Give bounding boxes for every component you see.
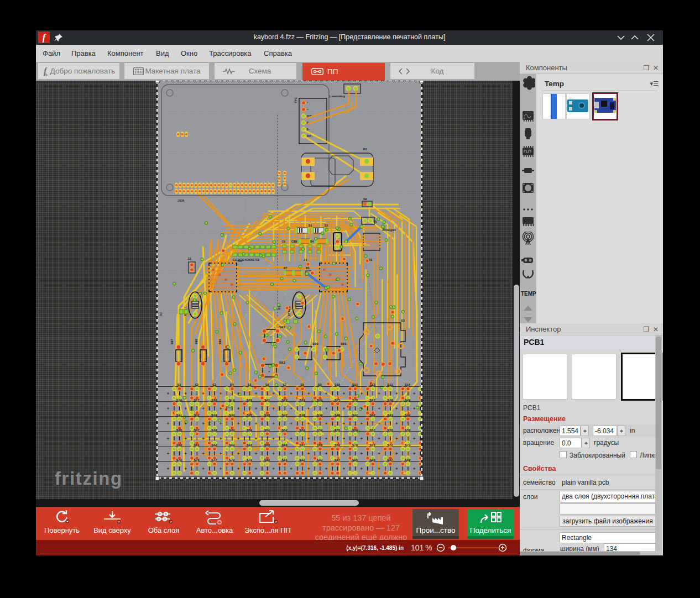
svg-text:WCN7: WCN7 xyxy=(177,198,184,202)
svg-text:S69: S69 xyxy=(335,443,341,447)
svg-text:S56: S56 xyxy=(352,428,358,432)
svg-text:S71: S71 xyxy=(370,443,376,447)
svg-text:S77: S77 xyxy=(212,458,217,462)
svg-text:S13: S13 xyxy=(388,383,394,387)
svg-text:S63: S63 xyxy=(229,443,235,447)
svg-text:S46: S46 xyxy=(176,428,182,432)
svg-text:S29: S29 xyxy=(405,398,411,402)
svg-text:S5: S5 xyxy=(248,383,252,387)
svg-text:S76: S76 xyxy=(194,458,200,462)
svg-text:S72: S72 xyxy=(388,443,394,447)
svg-text:S19: S19 xyxy=(229,398,235,402)
svg-text:S55: S55 xyxy=(335,428,341,432)
svg-text:S15: S15 xyxy=(422,383,429,387)
svg-text:S83: S83 xyxy=(317,458,323,462)
svg-text:S89: S89 xyxy=(422,458,429,462)
svg-text:S39: S39 xyxy=(317,413,323,417)
svg-text:S4: S4 xyxy=(230,383,234,387)
svg-text:S65: S65 xyxy=(264,443,270,447)
svg-text:S20: S20 xyxy=(247,398,253,402)
svg-text:S88: S88 xyxy=(195,338,198,344)
svg-text:Компонент1: Компонент1 xyxy=(328,95,345,98)
svg-text:U2: U2 xyxy=(238,259,243,263)
svg-text:B-: B- xyxy=(307,128,310,131)
svg-text:S1: S1 xyxy=(177,383,181,387)
svg-text:TP1: TP1 xyxy=(294,97,298,103)
svg-text:C9: C9 xyxy=(282,240,285,244)
svg-text:S68: S68 xyxy=(317,443,323,447)
svg-text:S61: S61 xyxy=(194,443,200,447)
svg-text:S32: S32 xyxy=(194,413,200,417)
svg-text:M1: M1 xyxy=(363,148,368,151)
svg-text:S62: S62 xyxy=(212,443,218,447)
svg-text:S18: S18 xyxy=(212,398,218,402)
svg-text:S8: S8 xyxy=(300,383,304,387)
svg-text:S89: S89 xyxy=(218,339,222,344)
svg-text:S45: S45 xyxy=(422,413,429,417)
svg-text:S27: S27 xyxy=(370,398,375,402)
svg-text:S74: S74 xyxy=(422,443,429,447)
svg-text:EF: EF xyxy=(374,220,378,223)
svg-text:S24: S24 xyxy=(317,398,323,402)
svg-text:U3: U3 xyxy=(401,319,405,323)
svg-text:S53: S53 xyxy=(300,428,306,432)
svg-text:S60: S60 xyxy=(422,428,429,432)
svg-text:*: * xyxy=(307,102,309,104)
svg-text:S33: S33 xyxy=(212,413,218,417)
svg-text:S44: S44 xyxy=(405,413,411,417)
svg-text:S50: S50 xyxy=(247,428,253,432)
svg-text:C1C2C3C4C5C6C7C8: C1C2C3C4C5C6C7C8 xyxy=(233,259,259,262)
svg-text:S48: S48 xyxy=(212,428,218,432)
svg-text:S21: S21 xyxy=(264,398,270,402)
svg-text:S14: S14 xyxy=(405,383,411,387)
svg-text:S80: S80 xyxy=(264,458,270,462)
svg-text:S92: S92 xyxy=(279,326,285,329)
svg-text:S79: S79 xyxy=(247,458,253,462)
svg-text:S85: S85 xyxy=(352,458,358,462)
svg-text:S51: S51 xyxy=(264,428,270,432)
svg-text:OUT-: OUT- xyxy=(307,135,313,138)
svg-text:S75: S75 xyxy=(176,458,182,462)
svg-text:S38: S38 xyxy=(300,413,306,417)
svg-text:S67: S67 xyxy=(300,443,305,447)
svg-text:SW: SW xyxy=(363,197,367,201)
svg-text:S40: S40 xyxy=(335,413,341,417)
svg-text:R2: R2 xyxy=(160,312,163,316)
svg-text:S70: S70 xyxy=(352,443,358,447)
svg-text:S66: S66 xyxy=(282,443,288,447)
svg-text:S87: S87 xyxy=(170,339,174,344)
svg-text:S16: S16 xyxy=(176,398,182,402)
svg-text:D2: D2 xyxy=(325,224,328,228)
svg-text:S78: S78 xyxy=(229,458,235,462)
svg-text:R4: R4 xyxy=(310,240,314,244)
svg-text:S31: S31 xyxy=(176,413,182,417)
svg-text:S84: S84 xyxy=(335,458,341,462)
svg-text:S3: S3 xyxy=(212,383,216,387)
svg-text:S12: S12 xyxy=(370,383,376,387)
svg-text:S81: S81 xyxy=(282,458,288,462)
svg-text:J2: J2 xyxy=(187,257,192,261)
svg-text:S23: S23 xyxy=(300,398,306,402)
svg-text:S86: S86 xyxy=(370,458,376,462)
svg-text:S25: S25 xyxy=(335,398,341,402)
svg-text:S90: S90 xyxy=(312,342,318,346)
svg-text:S57: S57 xyxy=(370,428,375,432)
svg-text:S35: S35 xyxy=(247,413,253,417)
svg-text:+: + xyxy=(268,370,270,373)
svg-text:S58: S58 xyxy=(388,428,394,432)
svg-text:S30: S30 xyxy=(422,398,429,402)
svg-text:S7: S7 xyxy=(283,383,286,387)
svg-text:=: = xyxy=(307,108,309,111)
svg-text:S49: S49 xyxy=(229,428,235,432)
svg-text:+: + xyxy=(270,335,272,338)
svg-text:S93: S93 xyxy=(279,361,285,365)
svg-text:S41: S41 xyxy=(352,413,358,417)
svg-text:S11: S11 xyxy=(352,383,358,387)
svg-text:S43: S43 xyxy=(388,413,394,417)
svg-text:S6: S6 xyxy=(265,383,269,387)
svg-text:S64: S64 xyxy=(247,443,253,447)
svg-text:S88: S88 xyxy=(405,458,411,462)
svg-text:S87: S87 xyxy=(388,458,393,462)
svg-text:S36: S36 xyxy=(264,413,270,417)
svg-text:S42: S42 xyxy=(370,413,376,417)
